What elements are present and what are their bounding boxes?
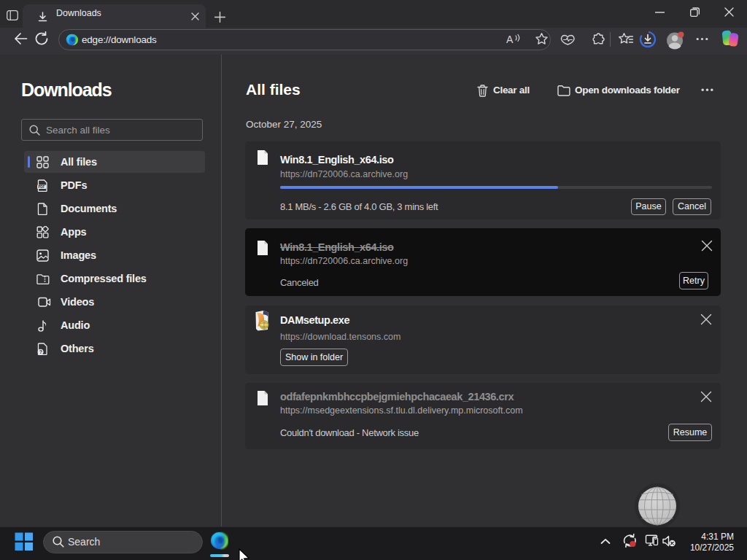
- svg-text:?: ?: [39, 349, 42, 354]
- svg-text:PDF: PDF: [38, 185, 44, 189]
- svg-text:A: A: [506, 34, 514, 45]
